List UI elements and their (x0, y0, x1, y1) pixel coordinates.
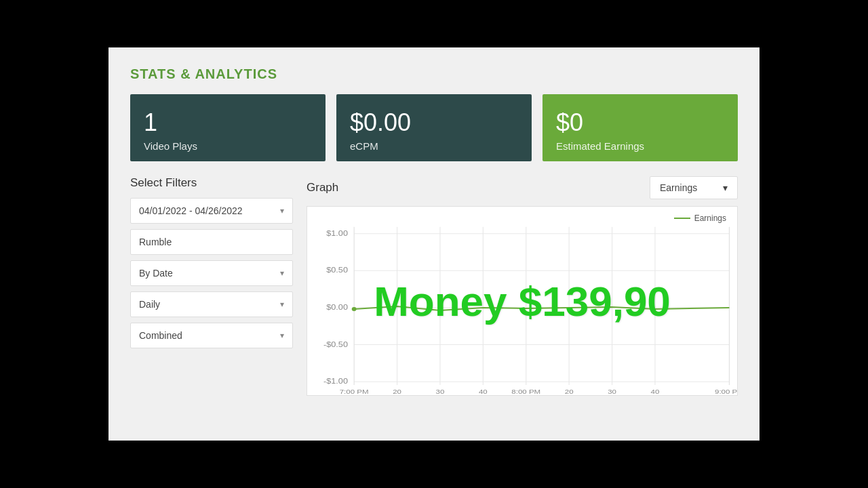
svg-text:40: 40 (479, 387, 488, 394)
group-by-value: By Date (139, 268, 173, 279)
stat-label-ecpm: eCPM (350, 140, 518, 152)
filters-title: Select Filters (130, 176, 293, 190)
graph-header: Graph Earnings ▾ (307, 176, 738, 199)
filters-panel: Select Filters 04/01/2022 - 04/26/2022 ▾… (130, 176, 293, 396)
type-arrow: ▾ (280, 331, 284, 340)
svg-text:30: 30 (608, 387, 616, 394)
group-by-arrow: ▾ (280, 268, 284, 278)
legend-line-icon (674, 218, 690, 219)
main-container: STATS & ANALYTICS 1 Video Plays $0.00 eC… (108, 47, 760, 441)
interval-arrow: ▾ (280, 300, 284, 309)
svg-text:20: 20 (393, 387, 401, 394)
stat-value-earnings: $0 (556, 109, 724, 136)
date-range-dropdown[interactable]: 04/01/2022 - 04/26/2022 ▾ (130, 198, 293, 224)
svg-text:-$1.00: -$1.00 (323, 377, 348, 386)
svg-text:8:00 PM: 8:00 PM (511, 387, 540, 394)
graph-svg: $1.00 $0.50 $0.00 -$0.50 -$1.00 7:00 PM … (307, 207, 737, 395)
date-range-arrow: ▾ (280, 206, 284, 216)
svg-text:$0.50: $0.50 (326, 266, 348, 274)
type-dropdown[interactable]: Combined ▾ (130, 323, 293, 348)
svg-point-28 (352, 307, 357, 311)
stat-value-ecpm: $0.00 (350, 109, 518, 136)
stat-card-video-plays: 1 Video Plays (130, 94, 326, 161)
source-dropdown[interactable]: Rumble (130, 229, 293, 255)
stats-row: 1 Video Plays $0.00 eCPM $0 Estimated Ea… (130, 94, 738, 161)
graph-title: Graph (307, 181, 338, 195)
svg-text:$1.00: $1.00 (326, 228, 348, 237)
stat-card-ecpm: $0.00 eCPM (336, 94, 532, 161)
svg-text:40: 40 (651, 387, 660, 394)
type-value: Combined (139, 330, 182, 341)
interval-dropdown[interactable]: Daily ▾ (130, 291, 293, 317)
stat-label-earnings: Estimated Earnings (556, 140, 724, 152)
svg-text:9:00 PM: 9:00 PM (715, 387, 737, 394)
graph-dropdown-value: Earnings (660, 182, 697, 193)
svg-text:$0.00: $0.00 (326, 302, 348, 311)
bottom-section: Select Filters 04/01/2022 - 04/26/2022 ▾… (130, 176, 738, 396)
svg-text:7:00 PM: 7:00 PM (340, 387, 369, 394)
svg-text:30: 30 (436, 387, 445, 394)
graph-area: Earnings (307, 206, 738, 396)
interval-value: Daily (139, 299, 160, 310)
date-range-value: 04/01/2022 - 04/26/2022 (139, 205, 243, 216)
graph-panel: Graph Earnings ▾ Earnings (307, 176, 738, 396)
stat-label-video-plays: Video Plays (144, 140, 312, 152)
svg-text:-$0.50: -$0.50 (323, 340, 348, 348)
stat-card-earnings: $0 Estimated Earnings (542, 94, 738, 161)
group-by-dropdown[interactable]: By Date ▾ (130, 260, 293, 286)
source-value: Rumble (139, 237, 172, 247)
stat-value-video-plays: 1 (144, 109, 312, 136)
graph-legend: Earnings (674, 214, 726, 223)
graph-dropdown-arrow: ▾ (723, 182, 728, 193)
graph-type-dropdown[interactable]: Earnings ▾ (650, 176, 738, 199)
svg-text:20: 20 (565, 387, 574, 394)
legend-label: Earnings (694, 214, 726, 223)
page-title: STATS & ANALYTICS (130, 66, 738, 82)
